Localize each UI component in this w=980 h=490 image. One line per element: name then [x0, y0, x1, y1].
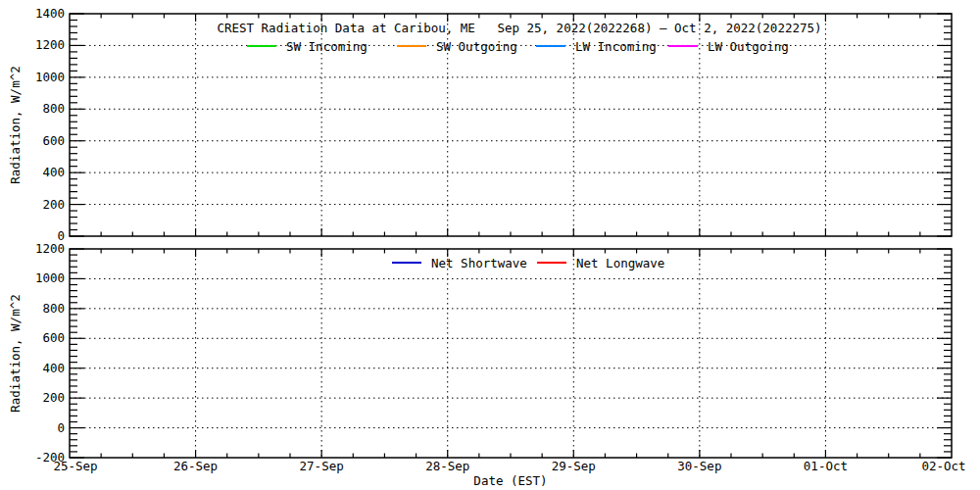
radiation-figure: 0200400600800100012001400Radiation, W/m^…	[0, 0, 980, 490]
ticks-bottom	[70, 249, 952, 458]
y-tick-label: 1400	[35, 6, 65, 21]
y-tick-label: 200	[42, 197, 65, 212]
y-tick-label: 1200	[35, 37, 65, 52]
legend-label-lw-incoming: LW Incoming	[575, 39, 657, 54]
y-tick-label: 1000	[35, 70, 65, 84]
legend-top: SW IncomingSW OutgoingLW IncomingLW Outg…	[247, 39, 789, 54]
legend-label-net-shortwave: Net Shortwave	[431, 256, 527, 270]
x-tick-label: 28-Sep	[425, 459, 469, 473]
y-tick-label: 200	[42, 390, 65, 405]
panel-bottom: -200020040060080010001200Radiation, W/m^…	[8, 241, 966, 488]
chart-title: CREST Radiation Data at Caribou, ME Sep …	[217, 21, 821, 35]
x-tick-labels: 25-Sep26-Sep27-Sep28-Sep29-Sep30-Sep01-O…	[53, 459, 965, 473]
y-tick-label: 600	[42, 330, 65, 345]
y-axis-title-bottom: Radiation, W/m^2	[8, 294, 23, 412]
y-tick-label: 400	[42, 361, 65, 375]
y-tick-label: 1000	[35, 270, 65, 285]
y-tick-labels-bottom: -200020040060080010001200	[35, 241, 65, 465]
radiation-chart: 0200400600800100012001400Radiation, W/m^…	[0, 0, 980, 490]
x-tick-label: 01-Oct	[804, 459, 848, 473]
plot-frame-bottom	[70, 249, 952, 458]
legend-label-net-longwave: Net Longwave	[576, 256, 664, 270]
x-tick-label: 25-Sep	[53, 459, 97, 473]
x-tick-label: 30-Sep	[677, 459, 721, 473]
y-tick-label: 400	[42, 165, 65, 179]
panel-top: 0200400600800100012001400Radiation, W/m^…	[8, 6, 952, 243]
legend-label-sw-incoming: SW Incoming	[286, 39, 368, 54]
gridlines-bottom	[70, 249, 952, 458]
x-tick-label: 26-Sep	[173, 459, 218, 473]
x-axis-title: Date (EST)	[473, 473, 547, 488]
y-tick-label: 1200	[35, 241, 65, 256]
y-axis-title-top: Radiation, W/m^2	[8, 66, 23, 183]
x-tick-label: 27-Sep	[300, 459, 344, 473]
y-tick-label: 600	[42, 133, 65, 148]
y-tick-labels-top: 0200400600800100012001400	[35, 6, 65, 243]
legend-label-sw-outgoing: SW Outgoing	[436, 39, 517, 54]
y-tick-label: 0	[57, 420, 65, 435]
x-tick-label: 29-Sep	[552, 459, 596, 473]
legend-label-lw-outgoing: LW Outgoing	[708, 39, 789, 54]
y-tick-label: 800	[42, 101, 65, 116]
legend-bottom: Net ShortwaveNet Longwave	[392, 256, 664, 270]
x-tick-label: 02-Oct	[921, 459, 965, 473]
y-tick-label: 800	[42, 301, 65, 316]
